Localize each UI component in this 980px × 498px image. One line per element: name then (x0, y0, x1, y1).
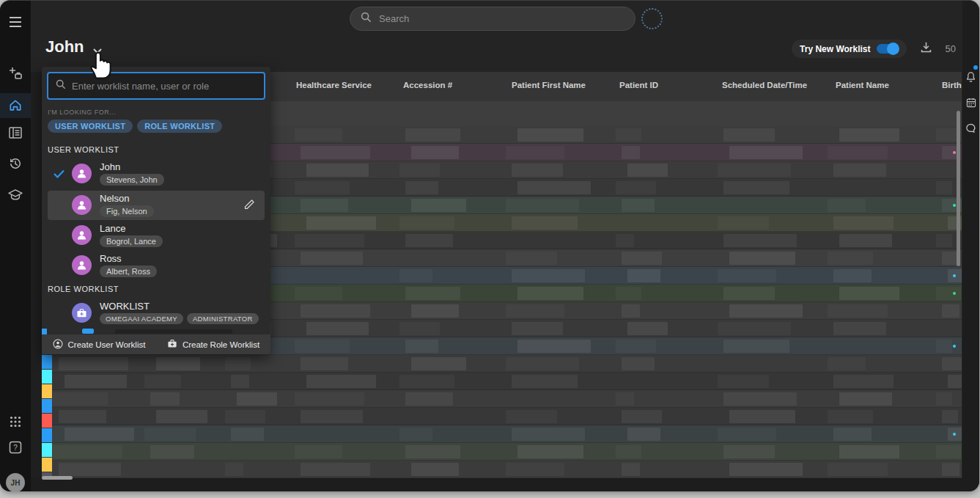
priority-bar (42, 384, 52, 398)
search-icon (56, 79, 66, 92)
worklist-search (47, 72, 265, 100)
try-new-worklist-label: Try New Worklist (800, 44, 870, 54)
calendar-icon[interactable] (962, 92, 979, 113)
worklist-title[interactable]: John (45, 37, 84, 56)
censored-cell (301, 357, 348, 370)
censored-cell (833, 216, 894, 230)
censored-cell (399, 428, 432, 441)
global-search-input[interactable] (379, 13, 625, 24)
download-icon[interactable] (920, 41, 932, 56)
priority-bar (42, 399, 52, 413)
censored-cell (506, 357, 579, 370)
censored-cell (833, 322, 886, 335)
censored-cell (506, 463, 564, 476)
table-row[interactable] (42, 443, 962, 461)
censored-cell (718, 216, 769, 230)
censored-cell (405, 340, 438, 353)
censored-cell (936, 340, 952, 353)
censored-cell (295, 340, 350, 353)
col-patient-name[interactable]: Patient Name (836, 81, 889, 89)
table-row[interactable] (42, 373, 962, 390)
censored-cell (839, 392, 892, 406)
censored-cell (150, 392, 180, 406)
worklist-item-nelson[interactable]: Nelson Fig, Nelson (48, 191, 265, 220)
worklist-item-john[interactable]: John Stevens, John (48, 159, 265, 188)
user-worklist-section-label: USER WORKLIST (48, 145, 119, 154)
censored-cell (225, 410, 265, 423)
history-icon[interactable] (0, 151, 31, 176)
table-row[interactable] (42, 390, 962, 408)
horizontal-scrollbar[interactable] (42, 476, 73, 480)
censored-cell (405, 287, 460, 300)
censored-cell (512, 164, 563, 177)
organization-icon[interactable] (0, 120, 31, 145)
role-tag: OMEGAAI ACADEMY (100, 313, 183, 324)
chip-user-worklist[interactable]: USER WORKLIST (48, 120, 133, 133)
censored-cell (616, 392, 634, 406)
home-icon[interactable] (0, 93, 31, 118)
create-user-worklist-button[interactable]: Create User Worklist (42, 334, 156, 354)
table-row[interactable] (42, 461, 962, 478)
censored-cell (936, 445, 961, 458)
censored-cell (301, 463, 370, 476)
person-avatar-icon (72, 255, 92, 275)
hamburger-menu-icon[interactable] (0, 10, 31, 34)
chevron-down-icon[interactable] (92, 44, 103, 57)
academy-icon[interactable] (0, 183, 31, 208)
create-role-worklist-button[interactable]: Create Role Worklist (156, 334, 270, 354)
col-birth[interactable]: Birth (942, 81, 962, 89)
priority-bar (42, 355, 52, 369)
apps-grid-icon[interactable] (0, 409, 31, 434)
worklist-search-input[interactable] (72, 81, 257, 92)
worklist-item-lance[interactable]: Lance Bogrol, Lance (48, 221, 265, 250)
censored-cell (828, 463, 888, 476)
censored-cell (411, 304, 459, 318)
censored-cell (405, 234, 453, 247)
censored-cell (405, 392, 453, 406)
worklist-item-role[interactable]: WORKLIST OMEGAAI ACADEMY ADMINISTRATOR (48, 299, 265, 328)
table-row[interactable] (42, 408, 962, 425)
col-accession[interactable]: Accession # (403, 81, 452, 89)
censored-cell (59, 463, 121, 476)
worklist-name: John (100, 161, 120, 172)
censored-cell (942, 410, 958, 423)
col-scheduled-datetime[interactable]: Scheduled Date/Time (722, 81, 807, 89)
worklist-item-ross[interactable]: Ross Albert, Ross (48, 251, 265, 280)
censored-cell (150, 445, 194, 458)
global-search (350, 7, 635, 31)
help-icon[interactable]: ? (0, 435, 31, 460)
col-patient-first-name[interactable]: Patient First Name (512, 81, 586, 89)
censored-cell (144, 428, 196, 441)
censored-cell (729, 304, 803, 318)
notifications-bell-icon[interactable] (962, 67, 979, 87)
try-new-worklist-toggle[interactable]: Try New Worklist (792, 40, 906, 58)
edit-pencil-icon[interactable] (243, 198, 256, 213)
toggle-switch[interactable] (877, 44, 899, 54)
chip-role-worklist[interactable]: ROLE WORKLIST (137, 120, 222, 133)
table-row[interactable] (42, 355, 962, 373)
censored-cell (936, 287, 961, 300)
censored-cell (723, 392, 797, 406)
censored-cell (59, 357, 128, 370)
col-healthcare-service[interactable]: Healthcare Service (296, 81, 372, 89)
censored-cell (506, 199, 579, 212)
user-avatar[interactable]: JH (6, 473, 25, 491)
censored-cell (616, 181, 656, 194)
censored-cell (942, 357, 962, 370)
censored-cell (729, 463, 803, 476)
censored-cell (405, 181, 438, 194)
vertical-scrollbar[interactable] (957, 111, 960, 266)
censored-cell (627, 322, 668, 335)
table-row[interactable] (42, 425, 962, 443)
check-icon (54, 168, 65, 181)
worklist-owner: Stevens, John (100, 174, 164, 186)
priority-color-strip (42, 355, 52, 479)
add-worklist-icon[interactable] (0, 61, 31, 86)
priority-bar (42, 458, 52, 472)
censored-cell (622, 304, 640, 318)
censored-cell (622, 463, 640, 476)
priority-bar (42, 370, 52, 384)
col-patient-id[interactable]: Patient ID (619, 81, 658, 89)
censored-cell (839, 445, 899, 458)
chat-icon[interactable] (962, 118, 979, 139)
